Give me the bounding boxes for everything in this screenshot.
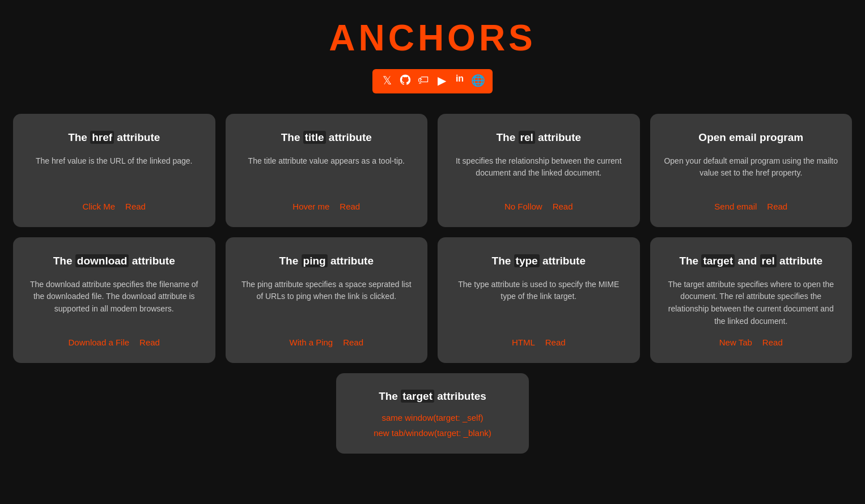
globe-icon[interactable]: 🌐 (470, 74, 486, 89)
card-download-links: Download a File Read (69, 338, 160, 347)
card-type: The type attribute The type attribute is… (438, 237, 640, 363)
card-title: The title attribute The title attribute … (226, 114, 428, 227)
email-link2[interactable]: Read (767, 202, 787, 211)
social-icons-container: 𝕏 🏷 ▶ in 🌐 (372, 69, 493, 93)
card-rel: The rel attribute It specifies the relat… (438, 114, 640, 227)
card-ping-title: The ping attribute (279, 254, 374, 268)
href-link2[interactable]: Read (125, 202, 146, 211)
email-link1[interactable]: Send email (714, 202, 757, 211)
card-target-rel-desc: The target attribute specifies where to … (663, 279, 840, 328)
card-email-links: Send email Read (714, 202, 787, 211)
tag-icon[interactable]: 🏷 (415, 74, 431, 89)
linkedin-icon[interactable]: in (452, 74, 468, 89)
download-link1[interactable]: Download a File (69, 338, 130, 347)
card-target-attrs-title: The target attributes (379, 390, 486, 403)
href-link1[interactable]: Click Me (83, 202, 116, 211)
card-rel-title: The rel attribute (496, 131, 581, 145)
card-download-title: The download attribute (53, 254, 175, 268)
card-target-rel-links: New Tab Read (719, 338, 783, 347)
title-link1[interactable]: Hover me (292, 202, 329, 211)
rel-link1[interactable]: No Follow (504, 202, 542, 211)
card-email-title: Open email program (698, 131, 803, 145)
target-rel-link1[interactable]: New Tab (719, 338, 752, 347)
page-title: ANCHORS (11, 17, 854, 59)
bottom-row: The target attributes same window(target… (13, 373, 852, 454)
card-target-rel: The target and rel attribute The target … (650, 237, 853, 363)
card-title-title: The title attribute (281, 131, 372, 145)
github-icon[interactable] (397, 74, 413, 89)
card-email: Open email program Open your default ema… (650, 114, 853, 227)
card-type-desc: The type attribute is used to specify th… (450, 279, 627, 328)
card-ping-links: With a Ping Read (289, 338, 363, 347)
card-rel-links: No Follow Read (504, 202, 573, 211)
card-download-desc: The download attribute specifies the fil… (26, 279, 203, 328)
rel-link2[interactable]: Read (553, 202, 573, 211)
ping-link1[interactable]: With a Ping (289, 338, 333, 347)
target-blank-link[interactable]: new tab/window(target: _blank) (374, 428, 491, 438)
type-link1[interactable]: HTML (512, 338, 535, 347)
card-ping-desc: The ping attribute specifies a space sep… (238, 279, 415, 328)
type-link2[interactable]: Read (545, 338, 566, 347)
card-email-desc: Open your default email program using th… (663, 155, 840, 191)
download-link2[interactable]: Read (139, 338, 160, 347)
social-bar: 𝕏 🏷 ▶ in 🌐 (11, 69, 854, 93)
card-href-title: The href attribute (68, 131, 160, 145)
card-href: The href attribute The href value is the… (13, 114, 215, 227)
card-title-desc: The title attribute value appears as a t… (248, 155, 405, 191)
card-rel-desc: It specifies the relationship between th… (450, 155, 627, 191)
cards-grid: The href attribute The href value is the… (13, 114, 852, 363)
card-target-rel-title: The target and rel attribute (679, 254, 822, 268)
card-href-links: Click Me Read (83, 202, 146, 211)
card-ping: The ping attribute The ping attribute sp… (226, 237, 428, 363)
target-rel-link2[interactable]: Read (762, 338, 783, 347)
card-target-attrs-links: same window(target: _self) new tab/windo… (374, 413, 491, 438)
title-link2[interactable]: Read (340, 202, 360, 211)
ping-link2[interactable]: Read (343, 338, 363, 347)
youtube-icon[interactable]: ▶ (434, 74, 450, 89)
card-href-desc: The href value is the URL of the linked … (36, 155, 193, 191)
target-self-link[interactable]: same window(target: _self) (381, 413, 483, 422)
card-download: The download attribute The download attr… (13, 237, 215, 363)
twitter-icon[interactable]: 𝕏 (379, 74, 395, 89)
card-target-attrs: The target attributes same window(target… (336, 373, 529, 454)
card-type-links: HTML Read (512, 338, 566, 347)
card-title-links: Hover me Read (292, 202, 360, 211)
card-type-title: The type attribute (492, 254, 586, 268)
